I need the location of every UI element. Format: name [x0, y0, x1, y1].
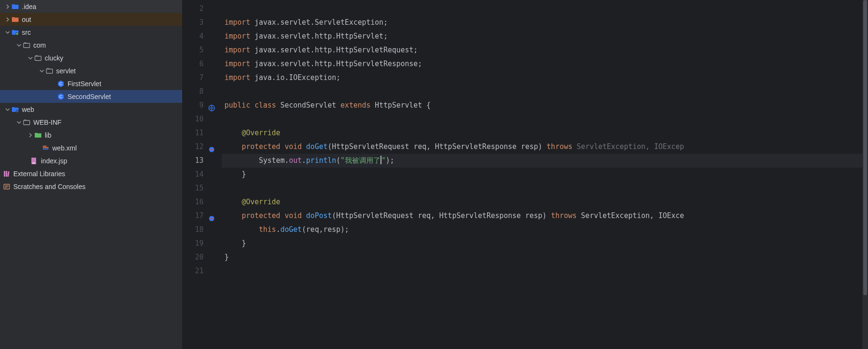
tree-node-indexjsp[interactable]: index.jsp: [0, 154, 182, 167]
line-number[interactable]: 3: [183, 16, 222, 30]
tree-node-lib[interactable]: lib: [0, 129, 182, 141]
override-icon[interactable]: [208, 213, 215, 219]
code-line[interactable]: import java.io.IOException;: [222, 71, 868, 85]
jsp-file-icon: [30, 157, 38, 165]
tree-label: lib: [45, 131, 51, 139]
svg-point-7: [16, 32, 18, 34]
code-line[interactable]: [222, 2, 868, 16]
xml-file-icon: [42, 144, 49, 152]
tree-node-firstservlet[interactable]: C FirstServlet: [0, 77, 182, 90]
line-number[interactable]: 15: [183, 181, 222, 195]
override-icon[interactable]: [208, 144, 215, 150]
scrollbar-thumb[interactable]: [863, 0, 867, 295]
tree-node-external-libraries[interactable]: External Libraries: [0, 167, 182, 180]
code-editor[interactable]: 2 3 4 5 6 7 8 9 10 11 12 13 14 15 16 17: [183, 0, 868, 349]
chevron-down-icon[interactable]: [4, 29, 11, 36]
tree-node-scratches[interactable]: Scratches and Consoles: [0, 180, 182, 193]
line-number[interactable]: 10: [183, 112, 222, 126]
svg-text:C: C: [59, 94, 63, 99]
folder-lib-icon: [34, 131, 42, 139]
code-line[interactable]: @Override: [222, 195, 868, 209]
chevron-down-icon[interactable]: [15, 41, 23, 49]
chevron-down-icon[interactable]: [4, 106, 11, 113]
ide-root: .idea out src com clucky servlet: [0, 0, 868, 349]
code-area[interactable]: import javax.servlet.ServletException; i…: [222, 0, 868, 349]
tree-node-webxml[interactable]: web.xml: [0, 141, 182, 154]
line-number[interactable]: 12: [183, 140, 222, 154]
tree-node-servlet[interactable]: servlet: [0, 64, 182, 77]
tree-node-secondservlet[interactable]: C SecondServlet: [0, 90, 182, 103]
code-line[interactable]: import javax.servlet.http.HttpServlet;: [222, 30, 868, 43]
line-number[interactable]: 8: [183, 85, 222, 99]
svg-rect-10: [47, 69, 53, 73]
tree-node-web[interactable]: web: [0, 103, 182, 116]
tree-node-clucky[interactable]: clucky: [0, 51, 182, 64]
svg-rect-26: [7, 171, 10, 176]
tree-label: src: [22, 29, 31, 36]
tree-label: External Libraries: [13, 170, 65, 178]
tree-label: index.jsp: [41, 157, 67, 165]
code-line[interactable]: }: [222, 250, 868, 264]
code-line[interactable]: [222, 181, 868, 195]
tree-label: .idea: [22, 3, 36, 10]
line-number[interactable]: 18: [183, 223, 222, 237]
code-line[interactable]: @Override: [222, 126, 868, 140]
tree-node-idea[interactable]: .idea: [0, 0, 182, 13]
tree-label: Scratches and Consoles: [13, 183, 86, 190]
chevron-right-icon[interactable]: [4, 3, 11, 10]
code-line[interactable]: System.out.println("我被调用了");: [222, 154, 868, 168]
line-number[interactable]: 19: [183, 237, 222, 250]
line-number[interactable]: 4: [183, 30, 222, 43]
code-line[interactable]: import javax.servlet.ServletException;: [222, 16, 868, 30]
tree-node-out[interactable]: out: [0, 13, 182, 26]
editor-gutter[interactable]: 2 3 4 5 6 7 8 9 10 11 12 13 14 15 16 17: [183, 0, 222, 349]
svg-rect-19: [35, 133, 38, 134]
vertical-scrollbar[interactable]: [862, 0, 868, 349]
chevron-right-icon[interactable]: [27, 131, 34, 139]
code-line[interactable]: protected void doGet(HttpServletRequest …: [222, 140, 868, 154]
code-line[interactable]: [222, 85, 868, 99]
chevron-right-icon[interactable]: [4, 16, 11, 23]
tree-label: clucky: [45, 54, 63, 62]
code-line[interactable]: import javax.servlet.http.HttpServletRes…: [222, 57, 868, 71]
folder-idea-icon: [11, 3, 19, 10]
tree-label: servlet: [56, 67, 76, 75]
url-mapping-icon[interactable]: [208, 102, 215, 109]
line-number[interactable]: 14: [183, 168, 222, 181]
line-number[interactable]: 11: [183, 126, 222, 140]
line-number[interactable]: 7: [183, 71, 222, 85]
code-line[interactable]: import javax.servlet.http.HttpServletReq…: [222, 43, 868, 57]
chevron-down-icon[interactable]: [27, 54, 34, 62]
svg-rect-24: [4, 171, 5, 177]
line-number[interactable]: 6: [183, 57, 222, 71]
svg-rect-9: [35, 56, 41, 60]
project-tree[interactable]: .idea out src com clucky servlet: [0, 0, 183, 349]
line-number[interactable]: 9: [183, 99, 222, 112]
code-line[interactable]: [222, 112, 868, 126]
code-line[interactable]: [222, 264, 868, 278]
line-number[interactable]: 2: [183, 2, 222, 16]
tree-label: web.xml: [52, 144, 77, 152]
tree-label: out: [22, 16, 31, 23]
tree-node-com[interactable]: com: [0, 39, 182, 51]
tree-node-src[interactable]: src: [0, 26, 182, 39]
scratches-icon: [3, 183, 10, 190]
tree-label: web: [22, 106, 34, 113]
code-line[interactable]: }: [222, 168, 868, 181]
line-number[interactable]: 5: [183, 43, 222, 57]
line-number[interactable]: 17: [183, 209, 222, 223]
svg-text:C: C: [59, 81, 63, 86]
line-number[interactable]: 13: [183, 154, 222, 168]
code-line[interactable]: protected void doPost(HttpServletRequest…: [222, 209, 868, 223]
code-line[interactable]: public class SecondServlet extends HttpS…: [222, 99, 868, 112]
line-number[interactable]: 16: [183, 195, 222, 209]
tree-label: SecondServlet: [68, 93, 111, 100]
chevron-down-icon[interactable]: [15, 119, 23, 126]
code-line[interactable]: }: [222, 237, 868, 250]
chevron-down-icon[interactable]: [38, 67, 46, 75]
line-number[interactable]: 20: [183, 250, 222, 264]
tree-node-webinf[interactable]: WEB-INF: [0, 116, 182, 129]
line-number[interactable]: 21: [183, 264, 222, 278]
code-line[interactable]: this.doGet(req,resp);: [222, 223, 868, 237]
package-icon: [46, 67, 53, 75]
